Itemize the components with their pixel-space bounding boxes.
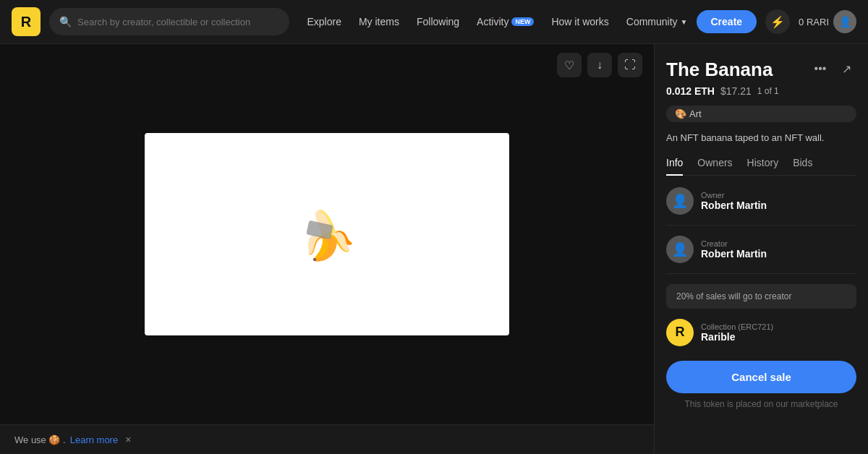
nft-description: An NFT banana taped to an NFT wall. — [666, 131, 856, 145]
tab-owners[interactable]: Owners — [697, 157, 732, 176]
favorite-button[interactable]: ♡ — [557, 53, 582, 77]
nft-actions: ••• ↗ — [810, 59, 856, 79]
owner-info: Owner Robert Martin — [701, 191, 767, 211]
price-row: 0.012 ETH $17.21 1 of 1 — [666, 85, 856, 97]
owner-row: 👤 Owner Robert Martin — [666, 187, 856, 226]
creator-label: Creator — [701, 239, 767, 248]
learn-more-link[interactable]: Learn more — [70, 434, 118, 445]
owner-avatar[interactable]: 👤 — [666, 187, 694, 215]
tab-info[interactable]: Info — [666, 157, 683, 176]
artwork-controls: ♡ ↓ ⛶ — [557, 53, 642, 77]
token-note: This token is placed on our marketplace — [666, 399, 856, 409]
category-tag[interactable]: 🎨 Art — [666, 106, 856, 122]
logo[interactable]: R — [12, 7, 41, 36]
nft-title-row: The Banana ••• ↗ — [666, 59, 856, 81]
collection-logo: R — [666, 319, 694, 346]
owner-name[interactable]: Robert Martin — [701, 200, 767, 211]
nav-activity[interactable]: Activity NEW — [477, 16, 534, 27]
create-button[interactable]: Create — [697, 10, 757, 33]
share-button[interactable]: ↗ — [836, 59, 856, 79]
download-button[interactable]: ↓ — [587, 53, 612, 77]
nav-community[interactable]: Community ▼ — [626, 16, 688, 27]
nav-explore[interactable]: Explore — [307, 16, 341, 27]
owner-label: Owner — [701, 191, 767, 200]
category-icon: 🎨 — [675, 108, 686, 119]
collection-label: Collection (ERC721) — [701, 322, 773, 331]
eth-price: 0.012 ETH — [666, 85, 715, 97]
nav-right: Create ⚡ 0 RARI 👤 — [697, 9, 857, 34]
creator-avatar[interactable]: 👤 — [666, 236, 694, 263]
chevron-down-icon: ▼ — [681, 18, 688, 26]
category-label: Art — [689, 108, 702, 119]
search-input[interactable] — [77, 17, 279, 27]
close-cookie-button[interactable]: × — [125, 434, 131, 445]
cancel-sale-button[interactable]: Cancel sale — [666, 361, 856, 393]
nav-my-items[interactable]: My items — [359, 16, 399, 27]
nft-tabs: Info Owners History Bids — [666, 157, 856, 176]
tab-bids[interactable]: Bids — [793, 157, 812, 176]
activity-new-badge: NEW — [511, 17, 534, 26]
navbar: R 🔍 Explore My items Following Activity … — [0, 0, 868, 44]
left-panel: ♡ ↓ ⛶ 🍌 We use 🍪 . Learn more × — [0, 44, 654, 454]
royalty-bar: 20% of sales will go to creator — [666, 284, 856, 309]
search-bar: 🔍 — [49, 8, 289, 35]
collection-info: Collection (ERC721) Rarible — [701, 322, 773, 343]
banana-artwork: 🍌 — [298, 207, 356, 262]
nav-how-it-works[interactable]: How it works — [551, 16, 608, 27]
collection-row: R Collection (ERC721) Rarible — [666, 319, 856, 346]
edition-badge: 1 of 1 — [757, 86, 779, 96]
tab-history[interactable]: History — [747, 157, 779, 176]
expand-button[interactable]: ⛶ — [618, 53, 642, 77]
nav-links: Explore My items Following Activity NEW … — [307, 16, 687, 27]
creator-row: 👤 Creator Robert Martin — [666, 236, 856, 274]
cookie-text: We use 🍪 . — [14, 434, 66, 445]
lightning-icon[interactable]: ⚡ — [765, 9, 790, 34]
search-icon: 🔍 — [59, 16, 72, 27]
creator-name[interactable]: Robert Martin — [701, 248, 767, 260]
main-content: ♡ ↓ ⛶ 🍌 We use 🍪 . Learn more × The Bana… — [0, 44, 868, 454]
cookie-banner: We use 🍪 . Learn more × — [0, 424, 654, 454]
artwork-area: ♡ ↓ ⛶ 🍌 — [0, 44, 654, 424]
avatar[interactable]: 👤 — [833, 10, 856, 33]
usd-price: $17.21 — [720, 85, 752, 97]
nft-title: The Banana — [666, 59, 773, 81]
collection-name[interactable]: Rarible — [701, 331, 773, 343]
nav-following[interactable]: Following — [417, 16, 459, 27]
creator-info: Creator Robert Martin — [701, 239, 767, 260]
rari-balance: 0 RARI 👤 — [799, 10, 856, 33]
more-options-button[interactable]: ••• — [810, 59, 830, 79]
artwork-frame: 🍌 — [145, 133, 509, 335]
right-panel: The Banana ••• ↗ 0.012 ETH $17.21 1 of 1… — [654, 44, 868, 454]
